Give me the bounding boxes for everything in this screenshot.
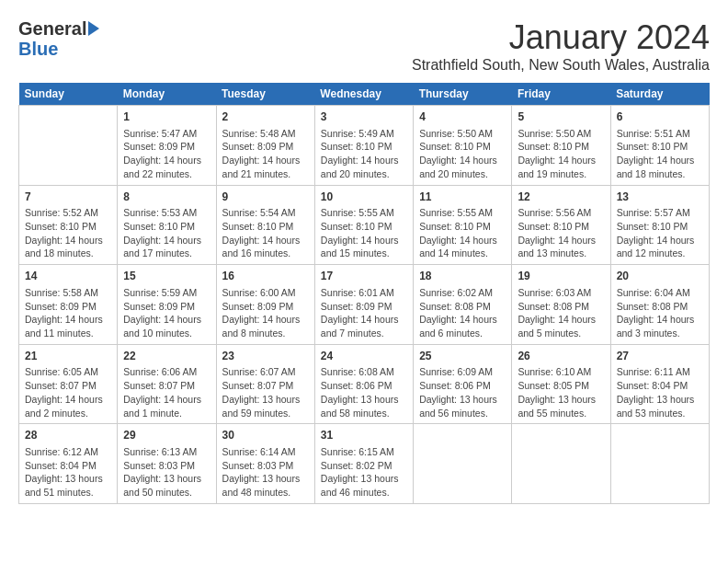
day-number: 7 bbox=[25, 190, 111, 205]
day-info: Sunrise: 6:15 AM Sunset: 8:02 PM Dayligh… bbox=[321, 445, 407, 500]
day-info: Sunrise: 6:06 AM Sunset: 8:07 PM Dayligh… bbox=[123, 365, 210, 419]
calendar-cell: 6Sunrise: 5:51 AM Sunset: 8:10 PM Daylig… bbox=[610, 106, 709, 186]
calendar-cell: 5Sunrise: 5:50 AM Sunset: 8:10 PM Daylig… bbox=[512, 106, 610, 186]
day-number: 4 bbox=[419, 109, 506, 125]
day-number: 19 bbox=[518, 269, 604, 284]
day-number: 28 bbox=[25, 428, 111, 443]
day-info: Sunrise: 5:55 AM Sunset: 8:10 PM Dayligh… bbox=[321, 206, 407, 260]
day-info: Sunrise: 5:51 AM Sunset: 8:10 PM Dayligh… bbox=[617, 127, 703, 181]
calendar-cell: 11Sunrise: 5:55 AM Sunset: 8:10 PM Dayli… bbox=[414, 185, 512, 265]
day-number: 21 bbox=[25, 349, 111, 364]
calendar-cell: 24Sunrise: 6:08 AM Sunset: 8:06 PM Dayli… bbox=[314, 344, 413, 424]
day-info: Sunrise: 6:10 AM Sunset: 8:05 PM Dayligh… bbox=[518, 365, 604, 419]
logo: General Blue bbox=[18, 18, 99, 59]
day-number: 23 bbox=[222, 349, 309, 364]
calendar-cell: 3Sunrise: 5:49 AM Sunset: 8:10 PM Daylig… bbox=[314, 106, 413, 186]
day-number: 26 bbox=[518, 349, 604, 364]
day-number: 15 bbox=[123, 269, 210, 284]
calendar-cell: 20Sunrise: 6:04 AM Sunset: 8:08 PM Dayli… bbox=[610, 265, 709, 345]
day-info: Sunrise: 6:05 AM Sunset: 8:07 PM Dayligh… bbox=[25, 365, 111, 419]
calendar-cell: 31Sunrise: 6:15 AM Sunset: 8:02 PM Dayli… bbox=[314, 424, 413, 504]
calendar-table: SundayMondayTuesdayWednesdayThursdayFrid… bbox=[18, 83, 710, 504]
day-info: Sunrise: 5:54 AM Sunset: 8:10 PM Dayligh… bbox=[222, 206, 309, 260]
day-number: 31 bbox=[321, 428, 407, 443]
day-info: Sunrise: 6:13 AM Sunset: 8:03 PM Dayligh… bbox=[123, 445, 210, 500]
month-title: January 2024 bbox=[412, 18, 710, 57]
day-number: 5 bbox=[518, 109, 604, 125]
calendar-cell bbox=[610, 424, 709, 504]
logo-blue: Blue bbox=[18, 39, 58, 59]
day-info: Sunrise: 6:12 AM Sunset: 8:04 PM Dayligh… bbox=[25, 445, 111, 500]
calendar-cell: 8Sunrise: 5:53 AM Sunset: 8:10 PM Daylig… bbox=[118, 185, 216, 265]
day-number: 25 bbox=[419, 349, 506, 364]
calendar-week-2: 7Sunrise: 5:52 AM Sunset: 8:10 PM Daylig… bbox=[19, 185, 710, 265]
page-header: General Blue January 2024 Strathfield So… bbox=[18, 18, 710, 74]
day-number: 29 bbox=[123, 428, 210, 443]
day-info: Sunrise: 6:14 AM Sunset: 8:03 PM Dayligh… bbox=[222, 445, 309, 500]
calendar-cell: 18Sunrise: 6:02 AM Sunset: 8:08 PM Dayli… bbox=[414, 265, 512, 345]
location-title: Strathfield South, New South Wales, Aust… bbox=[412, 57, 710, 74]
calendar-cell: 4Sunrise: 5:50 AM Sunset: 8:10 PM Daylig… bbox=[414, 106, 512, 186]
calendar-cell: 25Sunrise: 6:09 AM Sunset: 8:06 PM Dayli… bbox=[414, 344, 512, 424]
weekday-header-saturday: Saturday bbox=[610, 83, 709, 106]
day-info: Sunrise: 5:56 AM Sunset: 8:10 PM Dayligh… bbox=[518, 206, 604, 260]
day-number: 10 bbox=[321, 190, 407, 205]
day-info: Sunrise: 6:02 AM Sunset: 8:08 PM Dayligh… bbox=[419, 286, 506, 340]
weekday-header-tuesday: Tuesday bbox=[216, 83, 314, 106]
calendar-cell bbox=[414, 424, 512, 504]
weekday-header-friday: Friday bbox=[512, 83, 610, 106]
calendar-cell bbox=[19, 106, 118, 186]
day-info: Sunrise: 5:52 AM Sunset: 8:10 PM Dayligh… bbox=[25, 206, 111, 260]
calendar-cell: 19Sunrise: 6:03 AM Sunset: 8:08 PM Dayli… bbox=[512, 265, 610, 345]
weekday-header-monday: Monday bbox=[118, 83, 216, 106]
calendar-week-4: 21Sunrise: 6:05 AM Sunset: 8:07 PM Dayli… bbox=[19, 344, 710, 424]
calendar-cell: 15Sunrise: 5:59 AM Sunset: 8:09 PM Dayli… bbox=[118, 265, 216, 345]
logo-general: General bbox=[18, 18, 86, 39]
calendar-cell: 14Sunrise: 5:58 AM Sunset: 8:09 PM Dayli… bbox=[19, 265, 118, 345]
day-number: 3 bbox=[321, 109, 407, 125]
day-info: Sunrise: 6:07 AM Sunset: 8:07 PM Dayligh… bbox=[222, 365, 309, 419]
day-number: 24 bbox=[321, 349, 407, 364]
day-number: 12 bbox=[518, 190, 604, 205]
logo-arrow-icon bbox=[88, 21, 99, 36]
day-info: Sunrise: 5:49 AM Sunset: 8:10 PM Dayligh… bbox=[321, 127, 407, 181]
day-number: 20 bbox=[617, 269, 703, 284]
day-info: Sunrise: 5:50 AM Sunset: 8:10 PM Dayligh… bbox=[419, 127, 506, 181]
day-number: 1 bbox=[123, 109, 210, 125]
day-info: Sunrise: 5:58 AM Sunset: 8:09 PM Dayligh… bbox=[25, 286, 111, 340]
calendar-cell: 7Sunrise: 5:52 AM Sunset: 8:10 PM Daylig… bbox=[19, 185, 118, 265]
calendar-week-5: 28Sunrise: 6:12 AM Sunset: 8:04 PM Dayli… bbox=[19, 424, 710, 504]
calendar-cell: 13Sunrise: 5:57 AM Sunset: 8:10 PM Dayli… bbox=[610, 185, 709, 265]
calendar-cell: 17Sunrise: 6:01 AM Sunset: 8:09 PM Dayli… bbox=[314, 265, 413, 345]
calendar-cell: 23Sunrise: 6:07 AM Sunset: 8:07 PM Dayli… bbox=[216, 344, 314, 424]
calendar-cell: 22Sunrise: 6:06 AM Sunset: 8:07 PM Dayli… bbox=[118, 344, 216, 424]
calendar-cell: 29Sunrise: 6:13 AM Sunset: 8:03 PM Dayli… bbox=[118, 424, 216, 504]
calendar-cell bbox=[512, 424, 610, 504]
day-info: Sunrise: 5:48 AM Sunset: 8:09 PM Dayligh… bbox=[222, 127, 309, 181]
day-info: Sunrise: 6:00 AM Sunset: 8:09 PM Dayligh… bbox=[222, 286, 309, 340]
calendar-header-row: SundayMondayTuesdayWednesdayThursdayFrid… bbox=[19, 83, 710, 106]
calendar-cell: 9Sunrise: 5:54 AM Sunset: 8:10 PM Daylig… bbox=[216, 185, 314, 265]
day-number: 18 bbox=[419, 269, 506, 284]
day-info: Sunrise: 6:11 AM Sunset: 8:04 PM Dayligh… bbox=[617, 365, 703, 419]
calendar-cell: 1Sunrise: 5:47 AM Sunset: 8:09 PM Daylig… bbox=[118, 106, 216, 186]
calendar-body: 1Sunrise: 5:47 AM Sunset: 8:09 PM Daylig… bbox=[19, 106, 710, 504]
weekday-header-sunday: Sunday bbox=[19, 83, 118, 106]
day-number: 6 bbox=[617, 109, 703, 125]
day-number: 11 bbox=[419, 190, 506, 205]
day-info: Sunrise: 6:09 AM Sunset: 8:06 PM Dayligh… bbox=[419, 365, 506, 419]
calendar-week-1: 1Sunrise: 5:47 AM Sunset: 8:09 PM Daylig… bbox=[19, 106, 710, 186]
calendar-cell: 27Sunrise: 6:11 AM Sunset: 8:04 PM Dayli… bbox=[610, 344, 709, 424]
calendar-cell: 16Sunrise: 6:00 AM Sunset: 8:09 PM Dayli… bbox=[216, 265, 314, 345]
day-info: Sunrise: 5:53 AM Sunset: 8:10 PM Dayligh… bbox=[123, 206, 210, 260]
day-number: 8 bbox=[123, 190, 210, 205]
day-number: 14 bbox=[25, 269, 111, 284]
day-info: Sunrise: 6:04 AM Sunset: 8:08 PM Dayligh… bbox=[617, 286, 703, 340]
calendar-cell: 28Sunrise: 6:12 AM Sunset: 8:04 PM Dayli… bbox=[19, 424, 118, 504]
day-number: 17 bbox=[321, 269, 407, 284]
calendar-cell: 21Sunrise: 6:05 AM Sunset: 8:07 PM Dayli… bbox=[19, 344, 118, 424]
day-info: Sunrise: 5:59 AM Sunset: 8:09 PM Dayligh… bbox=[123, 286, 210, 340]
day-number: 13 bbox=[617, 190, 703, 205]
calendar-cell: 10Sunrise: 5:55 AM Sunset: 8:10 PM Dayli… bbox=[314, 185, 413, 265]
day-info: Sunrise: 6:01 AM Sunset: 8:09 PM Dayligh… bbox=[321, 286, 407, 340]
